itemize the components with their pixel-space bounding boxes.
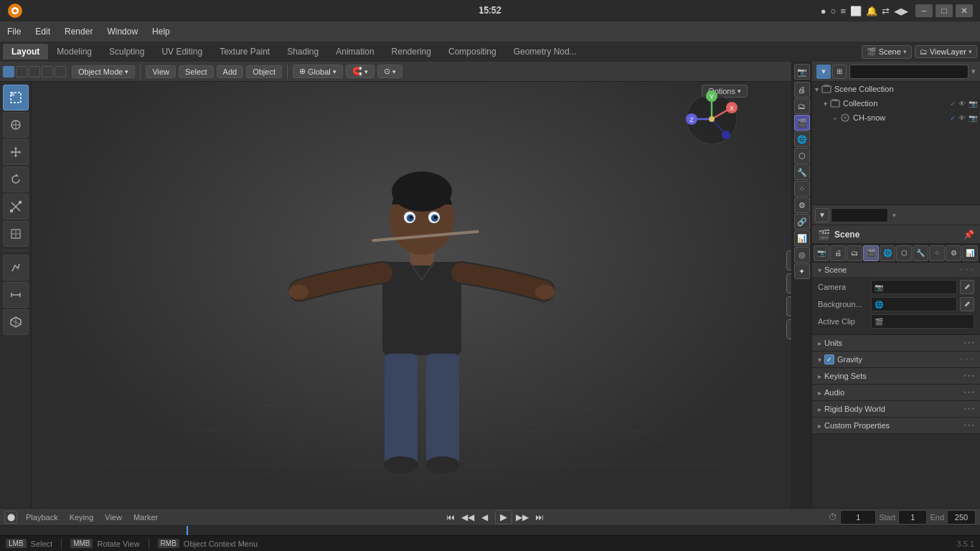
- gravity-checkbox[interactable]: ✓: [824, 354, 834, 364]
- object-menu-button[interactable]: Object: [246, 65, 282, 78]
- viewport-3d[interactable]: Options ▾ X Y Z 🔍 ✋ 🎥: [32, 82, 812, 508]
- minimize-button[interactable]: –: [915, 4, 933, 17]
- units-section[interactable]: ▸ Units • • •: [812, 335, 980, 352]
- props-vtab-modifiers[interactable]: 🔧: [794, 164, 810, 180]
- props-tab-scene[interactable]: 🎬: [863, 245, 879, 261]
- transform-orientation-button[interactable]: ⊕ Global ▾: [293, 65, 343, 78]
- props-vtab-scene-active[interactable]: 🎬: [794, 115, 810, 131]
- props-vtab-data[interactable]: 📊: [794, 230, 810, 246]
- props-vtab-material[interactable]: ◎: [794, 247, 810, 263]
- outliner-filter-button[interactable]: ⊞: [832, 65, 847, 79]
- step-fwd-button[interactable]: ▶▶: [515, 510, 529, 524]
- props-tab-particles[interactable]: ⁘: [929, 245, 945, 261]
- tool-scale[interactable]: [3, 194, 29, 220]
- props-search-input[interactable]: [831, 208, 888, 222]
- current-frame-input[interactable]: 1: [840, 510, 876, 524]
- menu-item-render[interactable]: Render: [57, 24, 100, 39]
- props-tab-object[interactable]: ⬡: [896, 245, 912, 261]
- tool-select-box[interactable]: [3, 85, 29, 110]
- tab-geometry-nodes[interactable]: Geometry Nod...: [505, 44, 585, 60]
- proportional-edit-button[interactable]: ⊙ ▾: [377, 65, 402, 78]
- jump-to-start-button[interactable]: ⏮: [443, 510, 458, 524]
- auto-keyframe-button[interactable]: ⬤: [4, 511, 17, 524]
- tool-annotate[interactable]: [3, 255, 29, 281]
- outliner-collection[interactable]: ▾ Collection ✓ 👁 📷: [812, 96, 980, 110]
- props-tab-output[interactable]: 🖨: [830, 245, 846, 261]
- start-frame-input[interactable]: 1: [898, 510, 927, 524]
- tab-animation[interactable]: Animation: [327, 44, 382, 60]
- play-button[interactable]: ▶: [495, 510, 512, 524]
- tab-uv-editing[interactable]: UV Editing: [153, 44, 211, 60]
- scene-selector[interactable]: 🎬 Scene ▾: [862, 45, 912, 59]
- select-menu-button[interactable]: Select: [179, 65, 214, 78]
- background-eyedropper-button[interactable]: [960, 297, 974, 311]
- tool-transform[interactable]: [3, 221, 29, 247]
- play-back-button[interactable]: ◀: [478, 510, 492, 524]
- end-frame-input[interactable]: 250: [947, 510, 976, 524]
- menu-item-help[interactable]: Help: [145, 24, 177, 39]
- menu-item-edit[interactable]: Edit: [28, 24, 57, 39]
- tool-rotate[interactable]: [3, 166, 29, 192]
- props-vtab-constraints[interactable]: 🔗: [794, 214, 810, 230]
- tool-measure[interactable]: [3, 282, 29, 308]
- add-menu-button[interactable]: Add: [217, 65, 244, 78]
- rigid-body-world-section[interactable]: ▸ Rigid Body World • • •: [812, 401, 980, 418]
- props-tab-data[interactable]: 📊: [962, 245, 978, 261]
- background-value[interactable]: 🌐: [871, 297, 957, 311]
- tab-texture-paint[interactable]: Texture Paint: [211, 44, 278, 60]
- tab-layout[interactable]: Layout: [3, 44, 48, 60]
- custom-properties-section[interactable]: ▸ Custom Properties • • •: [812, 418, 980, 434]
- step-back-button[interactable]: ◀◀: [461, 510, 475, 524]
- gravity-section[interactable]: ▾ ✓ Gravity • • •: [812, 352, 980, 368]
- camera-value[interactable]: 📷: [871, 280, 957, 294]
- props-filter-icon[interactable]: ▼: [815, 208, 829, 222]
- outliner-ch-snow[interactable]: ▸ CH-snow ✓ 👁 📷: [812, 110, 980, 125]
- active-clip-value[interactable]: 🎬: [871, 314, 974, 329]
- jump-to-end-button[interactable]: ⏭: [532, 510, 547, 524]
- tool-cursor[interactable]: [3, 112, 29, 138]
- props-tab-viewlayer[interactable]: 🗂: [847, 245, 862, 261]
- tab-modeling[interactable]: Modeling: [48, 44, 100, 60]
- snap-button[interactable]: 🧲 ▾: [346, 65, 374, 78]
- props-vtab-world[interactable]: 🌐: [794, 131, 810, 147]
- timeline-view-menu[interactable]: View: [102, 512, 125, 523]
- camera-eyedropper-button[interactable]: [960, 280, 974, 294]
- outliner-menu-button[interactable]: ▾: [971, 67, 976, 76]
- tab-shading[interactable]: Shading: [278, 44, 327, 60]
- props-tab-world[interactable]: 🌐: [880, 245, 895, 261]
- props-tab-render[interactable]: 📷: [814, 245, 829, 261]
- props-vtab-viewlayer[interactable]: 🗂: [794, 98, 810, 114]
- timeline-marker-menu[interactable]: Marker: [131, 512, 161, 523]
- props-tab-physics[interactable]: ⚙: [946, 245, 961, 261]
- props-menu-button[interactable]: ▾: [892, 212, 896, 219]
- view-menu-button[interactable]: View: [146, 65, 176, 78]
- axis-gizmo[interactable]: X Y Z: [683, 90, 740, 150]
- keying-sets-section[interactable]: ▸ Keying Sets • • •: [812, 368, 980, 385]
- props-vtab-physics[interactable]: ⚙: [794, 197, 810, 213]
- pin-icon[interactable]: 📌: [963, 230, 974, 240]
- maximize-button[interactable]: □: [936, 4, 953, 17]
- menu-item-file[interactable]: File: [0, 24, 28, 39]
- timeline-playback-menu[interactable]: Playback: [23, 512, 61, 523]
- tab-compositing[interactable]: Compositing: [440, 44, 505, 60]
- tool-add-cube[interactable]: [3, 309, 29, 335]
- close-button[interactable]: ✕: [956, 4, 973, 17]
- audio-section[interactable]: ▸ Audio • • •: [812, 385, 980, 401]
- object-mode-button[interactable]: Object Mode ▾: [72, 65, 135, 78]
- outliner-scene-collection[interactable]: ▾ Scene Collection: [812, 82, 980, 96]
- tab-rendering[interactable]: Rendering: [383, 44, 440, 60]
- props-tab-modifiers[interactable]: 🔧: [913, 245, 928, 261]
- scene-section-header[interactable]: ▾ Scene • • •: [812, 263, 980, 277]
- menu-item-window[interactable]: Window: [100, 24, 145, 39]
- view-layer-selector[interactable]: 🗂 ViewLayer ▾: [915, 45, 977, 58]
- props-vtab-output[interactable]: 🖨: [794, 82, 810, 98]
- outliner-search[interactable]: [849, 65, 969, 79]
- props-vtab-shader[interactable]: ✦: [794, 263, 810, 279]
- tab-sculpting[interactable]: Sculpting: [100, 44, 153, 60]
- playback-controls: ⏮ ◀◀ ◀ ▶ ▶▶ ⏭: [166, 510, 823, 524]
- props-vtab-render[interactable]: 📷: [794, 64, 810, 80]
- tool-move[interactable]: [3, 139, 29, 165]
- props-vtab-particles[interactable]: ⁘: [794, 181, 810, 197]
- props-vtab-object[interactable]: ⬡: [794, 148, 810, 164]
- timeline-keying-menu[interactable]: Keying: [67, 512, 97, 523]
